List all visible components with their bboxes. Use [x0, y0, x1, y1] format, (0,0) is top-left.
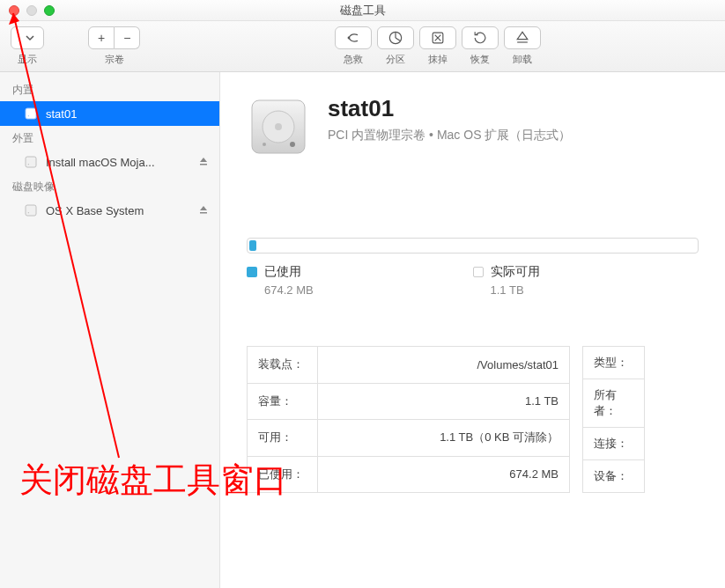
disk-icon [23, 202, 39, 218]
view-label: 显示 [18, 53, 37, 66]
detail-label: 可用： [248, 420, 318, 457]
details-table-left: 装载点：/Volumes/stat01 容量：1.1 TB 可用：1.1 TB（… [247, 346, 570, 493]
section-external: 外置 [0, 126, 219, 150]
used-label: 已使用 [264, 264, 301, 280]
volume-disk-icon [247, 95, 310, 158]
sidebar-item-label: OS X Base System [46, 204, 144, 217]
svg-point-19 [290, 142, 295, 147]
used-value: 674.2 MB [264, 283, 473, 297]
free-swatch [473, 267, 484, 277]
partition-button[interactable] [377, 26, 414, 49]
volume-add-remove: + − [88, 26, 140, 49]
volume-title: stat01 [328, 95, 571, 122]
svg-rect-13 [26, 205, 36, 216]
detail-label: 类型： [583, 347, 645, 379]
window-title: 磁盘工具 [0, 3, 725, 18]
sidebar-item-osx-base[interactable]: OS X Base System [0, 198, 219, 223]
detail-label: 连接： [583, 428, 645, 460]
svg-point-9 [28, 115, 29, 116]
svg-point-20 [263, 143, 266, 146]
svg-rect-12 [200, 164, 207, 165]
usage-section: 已使用 674.2 MB 实际可用 1.1 TB [247, 238, 725, 297]
disk-icon [23, 106, 39, 121]
detail-value: 1.1 TB [318, 383, 570, 420]
content-pane: stat01 PCI 内置物理宗卷 • Mac OS 扩展（日志式） 已使用 6… [220, 72, 725, 588]
volume-subtitle: PCI 内置物理宗卷 • Mac OS 扩展（日志式） [328, 128, 571, 143]
disk-icon [23, 154, 39, 170]
eject-icon[interactable] [198, 156, 209, 169]
free-value: 1.1 TB [491, 283, 699, 297]
detail-value: /Volumes/stat01 [318, 347, 570, 384]
detail-label: 设备： [583, 460, 645, 493]
detail-label: 所有者： [583, 379, 645, 428]
eject-icon[interactable] [198, 204, 209, 217]
section-internal: 内置 [0, 77, 219, 101]
svg-rect-10 [26, 157, 36, 167]
restore-label: 恢复 [470, 53, 490, 66]
details-table-right: 类型： 所有者： 连接： 设备： [582, 346, 645, 493]
svg-point-2 [348, 37, 350, 39]
volume-add-button[interactable]: + [88, 26, 115, 49]
erase-label: 抹掉 [428, 53, 448, 66]
erase-button[interactable] [419, 26, 456, 49]
svg-point-14 [28, 212, 29, 213]
unmount-label: 卸载 [513, 53, 532, 66]
svg-rect-8 [26, 108, 36, 119]
volume-label: 宗卷 [105, 53, 124, 66]
free-label: 实际可用 [491, 264, 540, 280]
firstaid-button[interactable] [335, 26, 372, 49]
used-swatch [247, 267, 257, 277]
sidebar-item-stat01[interactable]: stat01 [0, 101, 219, 126]
body: 内置 stat01 外置 Install macOS Moja... 磁盘映像 [0, 72, 725, 588]
firstaid-label: 急救 [344, 53, 363, 66]
detail-label: 装载点： [248, 347, 318, 384]
sidebar-item-label: stat01 [46, 107, 77, 121]
view-toggle[interactable] [11, 26, 44, 49]
titlebar: 磁盘工具 [0, 0, 725, 21]
chevron-down-icon [26, 31, 34, 45]
svg-point-18 [275, 123, 282, 130]
volume-remove-button[interactable]: − [115, 26, 140, 49]
annotation-text: 关闭磁盘工具窗口 [19, 458, 287, 503]
svg-rect-15 [200, 212, 207, 214]
svg-line-5 [396, 38, 400, 40]
partition-label: 分区 [386, 53, 405, 66]
svg-point-11 [28, 164, 29, 165]
detail-value: 1.1 TB（0 KB 可清除） [318, 420, 570, 457]
unmount-button[interactable] [504, 26, 541, 49]
sidebar-item-install-macos[interactable]: Install macOS Moja... [0, 150, 219, 174]
usage-fill [249, 240, 256, 251]
detail-label: 容量： [248, 383, 318, 420]
restore-button[interactable] [462, 26, 499, 49]
usage-bar [247, 238, 699, 254]
details-section: 装载点：/Volumes/stat01 容量：1.1 TB 可用：1.1 TB（… [247, 346, 725, 493]
disk-utility-window: 磁盘工具 显示 + − 宗卷 [0, 0, 725, 588]
section-images: 磁盘映像 [0, 174, 219, 198]
detail-value: 674.2 MB [318, 456, 570, 493]
volume-header: stat01 PCI 内置物理宗卷 • Mac OS 扩展（日志式） [247, 95, 725, 158]
sidebar: 内置 stat01 外置 Install macOS Moja... 磁盘映像 [0, 72, 220, 588]
toolbar: 显示 + − 宗卷 急救 分区 [0, 21, 725, 72]
sidebar-item-label: Install macOS Moja... [46, 156, 155, 169]
